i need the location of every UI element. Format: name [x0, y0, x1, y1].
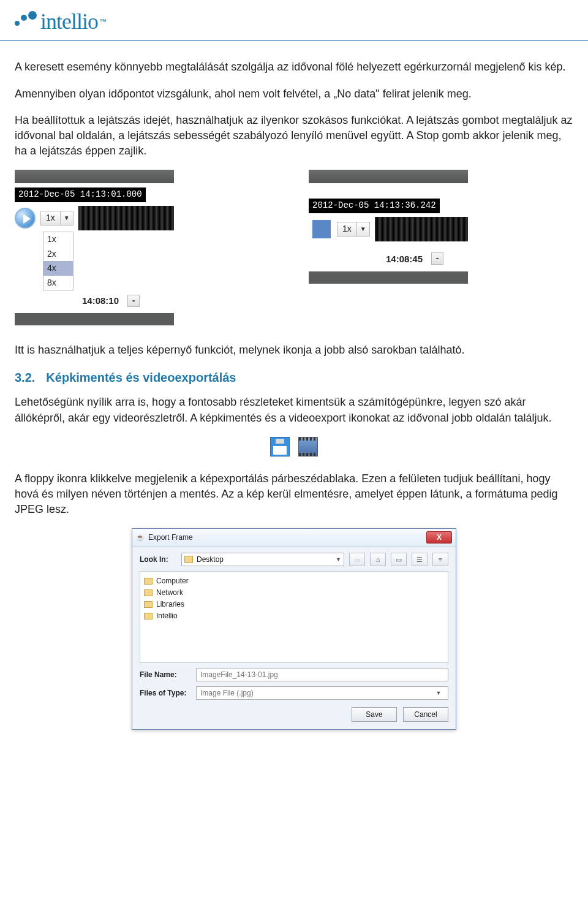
cancel-button[interactable]: Cancel — [403, 707, 448, 722]
speed-option-8x[interactable]: 8x — [43, 276, 73, 290]
timeline-panels: 2012-Dec-05 14:13:01.000 1x ▼ 1x 2x 4x 8… — [15, 170, 573, 325]
time-label: 14:08:45 — [386, 252, 423, 265]
paragraph-2: Amennyiben olyan időpontot vizsgálunk, a… — [15, 86, 573, 102]
chevron-down-icon: ▼ — [433, 689, 444, 697]
filename-value: ImageFile_14-13-01.jpg — [200, 670, 278, 680]
folder-item-computer[interactable]: Computer — [144, 575, 444, 587]
folder-item-libraries[interactable]: Libraries — [144, 599, 444, 610]
paragraph-6: A floppy ikonra klikkelve megjelenik a k… — [15, 471, 573, 518]
folder-listbox[interactable]: Computer Network Libraries Intellio — [140, 571, 448, 663]
timestamp-overlay: 2012-Dec-05 14:13:01.000 — [15, 188, 146, 202]
chevron-down-icon: ▼ — [61, 214, 73, 222]
folder-label: Computer — [156, 576, 189, 586]
section-title: Képkimentés és videoexportálás — [46, 371, 236, 384]
folder-label: Intellio — [156, 611, 178, 621]
lookin-label: Look In: — [140, 555, 176, 565]
folder-icon — [184, 556, 193, 563]
folder-item-intellio[interactable]: Intellio — [144, 610, 444, 622]
paragraph-5: Lehetőségünk nyílik arra is, hogy a font… — [15, 395, 573, 425]
floppy-save-icon[interactable] — [270, 437, 290, 456]
dialog-titlebar[interactable]: ☕ Export Frame X — [132, 529, 456, 547]
lookin-combobox[interactable]: Desktop ▼ — [181, 553, 344, 566]
speed-value: 1x — [337, 222, 357, 237]
chevron-down-icon: ▼ — [336, 556, 341, 564]
folder-label: Libraries — [156, 599, 184, 610]
filetype-combobox[interactable]: Image File (.jpg) ▼ — [196, 686, 448, 700]
java-icon: ☕ — [136, 533, 145, 542]
stop-button[interactable] — [312, 220, 331, 238]
filetype-label: Files of Type: — [140, 688, 192, 699]
timeline-bar[interactable] — [309, 271, 468, 284]
details-view-button[interactable]: ≡ — [432, 553, 448, 566]
up-folder-button[interactable]: ▭ — [349, 553, 365, 566]
folder-icon — [144, 601, 153, 608]
paragraph-3: Ha beállítottuk a lejátszás idejét, hasz… — [15, 113, 573, 159]
play-button[interactable] — [15, 208, 36, 229]
folder-label: Network — [156, 588, 183, 598]
timeline-panel-stop: 2012-Dec-05 14:13:36.242 1x ▼ 14:08:45 - — [309, 170, 468, 325]
home-button[interactable]: ⌂ — [370, 553, 386, 566]
lookin-value: Desktop — [197, 555, 224, 565]
minus-button[interactable]: - — [127, 295, 140, 307]
timestamp-overlay: 2012-Dec-05 14:13:36.242 — [309, 199, 440, 213]
paragraph-1: A keresett esemény könnyebb megtalálását… — [15, 59, 573, 75]
new-folder-button[interactable]: ▭ — [391, 553, 407, 566]
speed-dropdown[interactable]: 1x ▼ — [40, 211, 74, 225]
speed-option-1x[interactable]: 1x — [43, 232, 73, 247]
filetype-value: Image File (.jpg) — [200, 688, 254, 699]
folder-icon — [144, 578, 153, 585]
folder-icon — [144, 589, 153, 596]
time-label: 14:08:10 — [82, 294, 119, 307]
section-number: 3.2. — [15, 371, 35, 384]
timeline-bar[interactable] — [15, 313, 174, 325]
dialog-title: Export Frame — [148, 532, 193, 543]
brand-name: intellio — [40, 6, 98, 37]
chevron-down-icon: ▼ — [357, 225, 369, 233]
folder-item-network[interactable]: Network — [144, 587, 444, 599]
film-export-icon[interactable] — [298, 437, 318, 456]
list-view-button[interactable]: ☰ — [412, 553, 428, 566]
section-heading: 3.2.Képkimentés és videoexportálás — [15, 369, 573, 386]
speed-option-4x[interactable]: 4x — [43, 261, 73, 276]
save-button[interactable]: Save — [352, 707, 397, 722]
timeline-thumbnail — [375, 217, 468, 241]
speed-dropdown[interactable]: 1x ▼ — [337, 222, 370, 237]
filename-input[interactable]: ImageFile_14-13-01.jpg — [196, 668, 448, 681]
preview-strip — [309, 170, 468, 183]
trademark: ™ — [99, 17, 107, 27]
speed-dropdown-open[interactable]: 1x 2x 4x 8x — [43, 232, 74, 290]
timeline-thumbnail — [78, 206, 174, 230]
page-body: A keresett esemény könnyebb megtalálását… — [0, 59, 588, 754]
folder-icon — [144, 613, 153, 619]
filename-label: File Name: — [140, 670, 192, 680]
export-frame-dialog: ☕ Export Frame X Look In: Desktop ▼ ▭ ⌂ … — [132, 528, 456, 730]
timeline-panel-play: 2012-Dec-05 14:13:01.000 1x ▼ 1x 2x 4x 8… — [15, 170, 174, 325]
preview-strip — [15, 170, 174, 183]
speed-value: 1x — [41, 211, 61, 225]
page-header: intellio ™ — [0, 0, 588, 41]
minus-button[interactable]: - — [431, 252, 443, 265]
logo-dots-icon — [15, 11, 42, 32]
speed-option-2x[interactable]: 2x — [43, 247, 73, 262]
export-icons — [15, 437, 573, 456]
close-button[interactable]: X — [426, 531, 452, 544]
paragraph-4: Itt is használhatjuk a teljes képernyő f… — [15, 343, 573, 358]
